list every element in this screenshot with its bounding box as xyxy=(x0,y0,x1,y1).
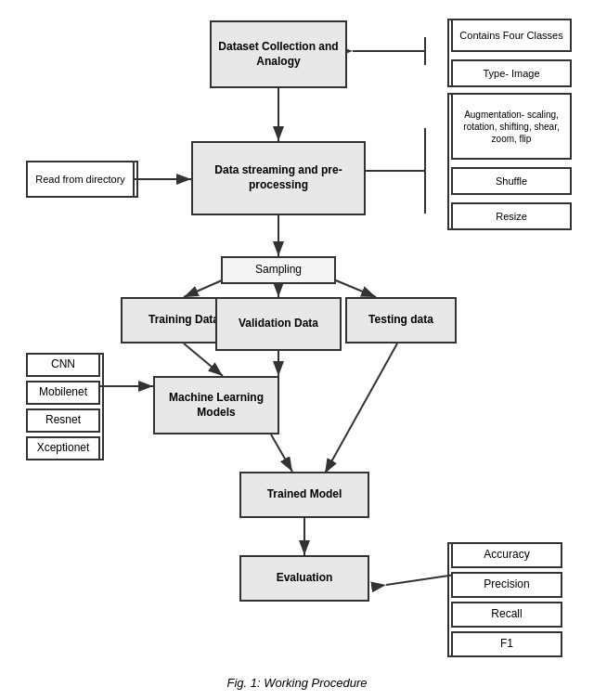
ml-models-box: Machine Learning Models xyxy=(153,376,279,434)
datastreaming-box: Data streaming and pre-processing xyxy=(191,141,366,215)
svg-line-14 xyxy=(325,344,397,473)
evaluation-box: Evaluation xyxy=(239,555,369,602)
type-image-box: Type- Image xyxy=(451,59,572,87)
testing-box: Testing data xyxy=(345,297,457,344)
resize-box: Resize xyxy=(451,202,572,230)
figure-caption: Fig. 1: Working Procedure xyxy=(226,676,367,690)
mobilenet-box: Mobilenet xyxy=(26,381,100,405)
accuracy-box: Accuracy xyxy=(451,542,562,568)
recall-box: Recall xyxy=(451,602,562,628)
read-dir-box: Read from directory xyxy=(26,161,135,198)
bracket-left-models xyxy=(100,353,104,460)
trained-model-box: Trained Model xyxy=(239,472,369,518)
flowchart-diagram: Dataset Collection and Analogy Contains … xyxy=(9,9,585,668)
shuffle-box: Shuffle xyxy=(451,167,572,195)
f1-box: F1 xyxy=(451,631,562,657)
bracket-right-top xyxy=(447,19,451,87)
augmentation-box: Augmentation- scaling, rotation, shiftin… xyxy=(451,93,572,160)
xceptionet-box: Xceptionet xyxy=(26,436,100,460)
bracket-right-middle xyxy=(447,93,451,230)
sampling-box: Sampling xyxy=(221,256,336,284)
resnet-box: Resnet xyxy=(26,408,100,433)
bracket-right-eval xyxy=(447,542,451,657)
four-classes-box: Contains Four Classes xyxy=(451,19,572,52)
cnn-box: CNN xyxy=(26,353,100,377)
validation-box: Validation Data xyxy=(215,297,342,351)
dataset-box: Dataset Collection and Analogy xyxy=(210,20,347,88)
svg-line-15 xyxy=(271,434,292,472)
precision-box: Precision xyxy=(451,572,562,598)
bracket-left-read xyxy=(135,161,138,198)
